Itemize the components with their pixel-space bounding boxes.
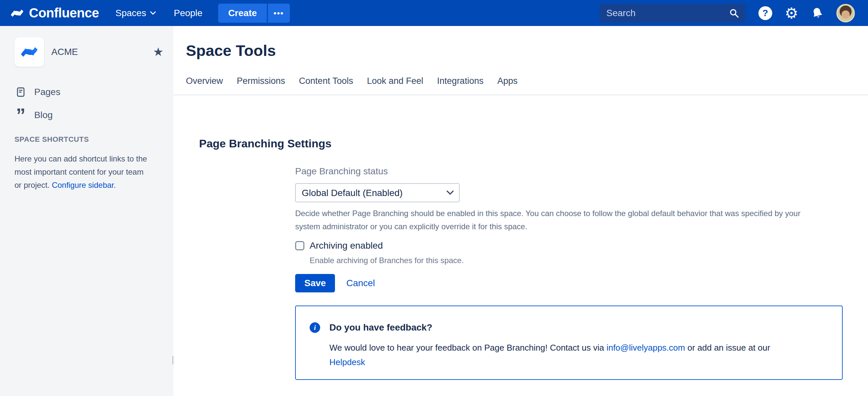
- helpdesk-link[interactable]: Helpdesk: [329, 357, 365, 367]
- shortcuts-line-1: Here you can add shortcut links to the: [14, 152, 166, 165]
- nav-item-spaces-label: Spaces: [116, 8, 146, 19]
- search-icon[interactable]: [729, 8, 739, 19]
- archiving-row: Archiving enabled: [295, 240, 855, 251]
- nav-item-people[interactable]: People: [174, 8, 203, 19]
- sidebar: ACME ★ Pages ” Blog SPACE SHORTCUTS Here…: [0, 26, 174, 396]
- bell-icon[interactable]: [811, 7, 824, 20]
- configure-sidebar-link[interactable]: Configure sidebar: [52, 180, 114, 190]
- feedback-title-row: i Do you have feedback?: [310, 322, 828, 333]
- sidebar-item-blog[interactable]: ” Blog: [14, 107, 163, 123]
- nav-item-people-label: People: [174, 8, 203, 19]
- chevron-down-icon: [150, 11, 156, 15]
- nav-icon-cluster: ? ⚙: [758, 4, 855, 22]
- space-header: ACME ★: [14, 37, 163, 67]
- page-icon: [14, 87, 27, 98]
- tab-content-tools[interactable]: Content Tools: [299, 76, 353, 86]
- main-header: Space Tools Overview Permissions Content…: [174, 26, 868, 86]
- info-icon: i: [310, 322, 320, 333]
- quote-icon: ”: [14, 110, 27, 120]
- confluence-logo-icon: [10, 6, 24, 21]
- form-actions: Save Cancel: [295, 274, 855, 292]
- shortcuts-period: .: [114, 180, 116, 190]
- status-field-label: Page Branching status: [295, 166, 855, 177]
- sidebar-item-pages-label: Pages: [34, 87, 60, 97]
- top-nav: Confluence Spaces People Create ••• ? ⚙: [0, 0, 868, 26]
- section-heading: Page Branching Settings: [199, 137, 868, 150]
- create-button-group: Create •••: [218, 4, 289, 23]
- feedback-panel: i Do you have feedback? We would love to…: [295, 305, 843, 380]
- archiving-enabled-label[interactable]: Archiving enabled: [310, 240, 383, 251]
- status-description-line-2: system administrator or you can explicit…: [295, 220, 855, 233]
- tab-permissions[interactable]: Permissions: [237, 76, 285, 86]
- search-box[interactable]: [600, 4, 745, 22]
- sidebar-nav: Pages ” Blog: [14, 85, 163, 123]
- space-logo[interactable]: [14, 37, 44, 67]
- nav-links: Spaces People: [116, 8, 203, 19]
- shortcuts-line-2: most important content for your team: [14, 165, 166, 178]
- status-description-line-1: Decide whether Page Branching should be …: [295, 207, 855, 220]
- confluence-brand[interactable]: Confluence: [10, 6, 99, 21]
- search-input[interactable]: [606, 7, 729, 19]
- save-button[interactable]: Save: [295, 274, 335, 292]
- cancel-link[interactable]: Cancel: [346, 278, 375, 289]
- favorite-star-icon[interactable]: ★: [153, 46, 163, 58]
- tab-look-and-feel[interactable]: Look and Feel: [367, 76, 423, 86]
- page-branching-settings-section: Page Branching Settings Page Branching s…: [199, 137, 868, 380]
- feedback-email-link[interactable]: info@livelyapps.com: [607, 343, 685, 353]
- feedback-text-2: or add an issue at our: [685, 343, 770, 353]
- feedback-text-1: We would love to hear your feedback on P…: [329, 343, 607, 353]
- help-icon[interactable]: ?: [758, 6, 772, 20]
- feedback-helpdesk-line: Helpdesk: [329, 355, 828, 369]
- nav-item-spaces[interactable]: Spaces: [116, 8, 156, 19]
- create-button[interactable]: Create: [218, 4, 267, 23]
- archiving-description: Enable archiving of Branches for this sp…: [310, 256, 855, 265]
- archiving-enabled-checkbox[interactable]: [295, 241, 304, 250]
- status-select-wrap: Global Default (Enabled): [295, 183, 460, 202]
- feedback-title: Do you have feedback?: [329, 322, 432, 333]
- space-name: ACME: [51, 47, 153, 57]
- page-branching-status-select[interactable]: Global Default (Enabled): [295, 183, 460, 202]
- space-shortcuts-text: Here you can add shortcut links to the m…: [14, 152, 166, 192]
- settings-form: Page Branching status Global Default (En…: [295, 166, 855, 380]
- tabs-divider: [174, 94, 868, 95]
- feedback-body: We would love to hear your feedback on P…: [329, 340, 828, 369]
- page-title: Space Tools: [186, 40, 868, 61]
- space-tools-tabs: Overview Permissions Content Tools Look …: [186, 76, 868, 86]
- tab-apps[interactable]: Apps: [497, 76, 518, 86]
- shortcuts-line-3-text: or project.: [14, 180, 52, 190]
- sidebar-item-pages[interactable]: Pages: [14, 85, 163, 100]
- user-avatar[interactable]: [836, 4, 855, 22]
- create-more-button[interactable]: •••: [268, 4, 290, 23]
- tab-overview[interactable]: Overview: [186, 76, 223, 86]
- main-content: Space Tools Overview Permissions Content…: [174, 26, 868, 396]
- brand-name: Confluence: [29, 6, 99, 21]
- shortcuts-line-3: or project. Configure sidebar.: [14, 178, 166, 192]
- gear-icon[interactable]: ⚙: [785, 6, 798, 21]
- status-field-description: Decide whether Page Branching should be …: [295, 207, 855, 233]
- tab-integrations[interactable]: Integrations: [437, 76, 483, 86]
- space-shortcuts-heading: SPACE SHORTCUTS: [14, 135, 163, 144]
- sidebar-item-blog-label: Blog: [34, 110, 53, 120]
